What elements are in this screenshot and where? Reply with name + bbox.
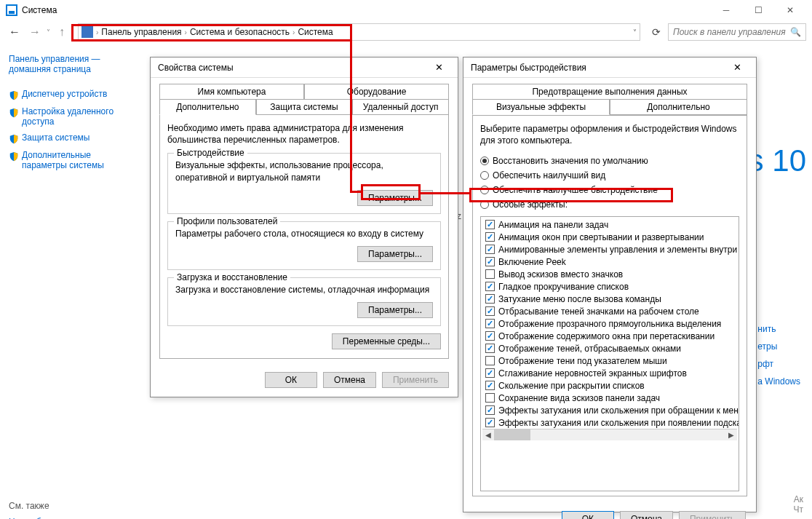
checkbox-option[interactable]: Отбрасывание теней значками на рабочем с… [482,305,737,317]
sidebar-item[interactable]: Диспетчер устройств [9,86,137,103]
search-icon: 🔍 [790,27,801,37]
close-button[interactable]: ✕ [774,0,806,20]
checkbox-icon [485,282,495,291]
radio-option[interactable]: Обеспечить наилучшее быстродействие [480,183,739,197]
sidebar-item[interactable]: Настройка удаленного доступа [9,103,137,130]
ok-button[interactable]: ОК [562,511,614,519]
tab-system-protection[interactable]: Защита системы [256,99,353,115]
checkbox-icon [485,405,495,415]
cancel-button[interactable]: Отмена [620,511,673,519]
checkbox-icon [485,294,495,304]
chevron-down-icon[interactable]: ˅ [633,28,637,36]
checkbox-option[interactable]: Отображение содержимого окна при перетас… [482,330,737,342]
breadcrumb-item[interactable]: Система [295,27,335,37]
checkbox-option[interactable]: Сглаживание неровностей экранных шрифтов [482,367,737,379]
scroll-left-icon[interactable]: ◀ [482,429,494,440]
scroll-right-icon[interactable]: ▶ [725,429,737,440]
checkbox-label: Сглаживание неровностей экранных шрифтов [498,368,687,379]
forward-button[interactable]: → [26,25,44,39]
settings-button[interactable]: Параметры... [357,302,433,318]
checkbox-option[interactable]: Отображение прозрачного прямоугольника в… [482,317,737,330]
search-box[interactable]: 🔍 [668,23,806,41]
checkbox-icon [485,245,495,254]
checkbox-option[interactable]: Сохранение вида эскизов панели задач [482,392,737,404]
checkbox-icon [485,331,495,341]
radio-icon [480,171,489,180]
up-button[interactable]: ↑ [53,25,71,39]
horizontal-scrollbar[interactable]: ◀ ▶ [482,429,737,440]
checkbox-option[interactable]: Эффекты затухания или скольжения при поя… [482,416,737,429]
effects-checklist[interactable]: Анимация на панели задачАнимация окон пр… [480,216,739,491]
address-bar[interactable]: › Панель управления › Система и безопасн… [78,23,640,41]
checkbox-option[interactable]: Анимированные элементы управления и элем… [482,243,737,255]
checkbox-option[interactable]: Анимация окон при свертывании и разверты… [482,231,737,243]
checkbox-label: Скольжение при раскрытии списков [498,381,645,391]
sidebar-item-label: Дополнительные параметры системы [22,150,137,170]
breadcrumb-item[interactable]: Система и безопасность [187,27,292,37]
see-also-link[interactable]: Центр безопасности и обслуживания [9,511,137,519]
radio-option[interactable]: Особые эффекты: [480,197,739,212]
radio-label: Восстановить значения по умолчанию [493,156,648,166]
refresh-button[interactable]: ⟳ [648,26,665,38]
group-box: БыстродействиеВизуальные эффекты, исполь… [167,153,441,214]
radio-option[interactable]: Обеспечить наилучший вид [480,168,739,183]
close-button[interactable]: ✕ [725,59,749,76]
tab-hardware[interactable]: Оборудование [304,84,449,100]
maximize-button[interactable]: ☐ [742,0,774,20]
checkbox-icon [485,232,495,242]
dialog-title: Свойства системы [158,63,234,73]
checkbox-option[interactable]: Отображение теней, отбрасываемых окнами [482,342,737,354]
tab-computer-name[interactable]: Имя компьютера [159,84,304,100]
ok-button[interactable]: ОК [265,372,317,388]
minimize-button[interactable]: ─ [710,0,742,20]
history-dropdown-icon[interactable]: ˅ [47,28,50,36]
group-box: Загрузка и восстановлениеЗагрузка и восс… [167,277,441,326]
tab-advanced[interactable]: Дополнительно [610,99,747,115]
shield-icon [9,108,19,118]
checkbox-option[interactable]: Включение Peek [482,255,737,268]
checkbox-label: Отображение прозрачного прямоугольника в… [498,319,721,329]
tab-remote[interactable]: Удаленный доступ [352,99,449,115]
nav-toolbar: ← → ˅ ↑ › Панель управления › Система и … [0,20,812,44]
sidebar-item-label: Защита системы [22,132,89,143]
radio-option[interactable]: Восстановить значения по умолчанию [480,154,739,168]
checkbox-option[interactable]: Затухание меню после вызова команды [482,293,737,305]
settings-button[interactable]: Параметры... [357,190,433,206]
dialog-title-bar: Параметры быстродействия ✕ [463,58,756,78]
checkbox-icon [485,344,495,353]
apply-button[interactable]: Применить [382,372,449,388]
checkbox-icon [485,257,495,266]
close-button[interactable]: ✕ [427,59,450,76]
checkbox-option[interactable]: Скольжение при раскрытии списков [482,379,737,392]
search-input[interactable] [673,27,790,37]
scroll-thumb[interactable] [494,429,530,440]
bg-partial-link: а Windows [757,373,800,390]
checkbox-option[interactable]: Отображение тени под указателем мыши [482,354,737,367]
group-title: Загрузка и восстановление [174,272,290,282]
tab-dep[interactable]: Предотвращение выполнения данных [472,84,747,99]
radio-label: Обеспечить наилучший вид [493,170,605,181]
apply-button[interactable]: Применить [679,511,746,519]
checkbox-label: Анимация окон при свертывании и разверты… [498,232,704,242]
sidebar-item[interactable]: Защита системы [9,130,137,147]
checkbox-icon [485,393,495,403]
sidebar-home-link[interactable]: Панель управления — домашняя страница [9,51,137,77]
cancel-button[interactable]: Отмена [323,372,376,388]
checkbox-label: Эффекты затухания или скольжения при поя… [498,418,739,428]
env-variables-button[interactable]: Переменные среды... [332,333,441,349]
checkbox-label: Отображение содержимого окна при перетас… [498,331,715,341]
bg-partial-link: рфт [757,355,800,373]
checkbox-option[interactable]: Гладкое прокручивание списков [482,280,737,293]
checkbox-option[interactable]: Вывод эскизов вместо значков [482,268,737,280]
tab-visual-effects[interactable]: Визуальные эффекты [472,99,610,115]
sidebar-item[interactable]: Дополнительные параметры системы [9,147,137,173]
checkbox-option[interactable]: Анимация на панели задач [482,218,737,231]
back-button[interactable]: ← [6,25,23,39]
checkbox-option[interactable]: Эффекты затухания или скольжения при обр… [482,404,737,416]
breadcrumb-item[interactable]: Панель управления [98,27,184,37]
radio-icon [480,186,489,194]
tab-advanced[interactable]: Дополнительно [159,99,256,115]
intro-text: Выберите параметры оформления и быстроде… [480,123,739,146]
settings-button[interactable]: Параметры... [357,246,433,262]
group-title: Профили пользователей [174,216,280,226]
